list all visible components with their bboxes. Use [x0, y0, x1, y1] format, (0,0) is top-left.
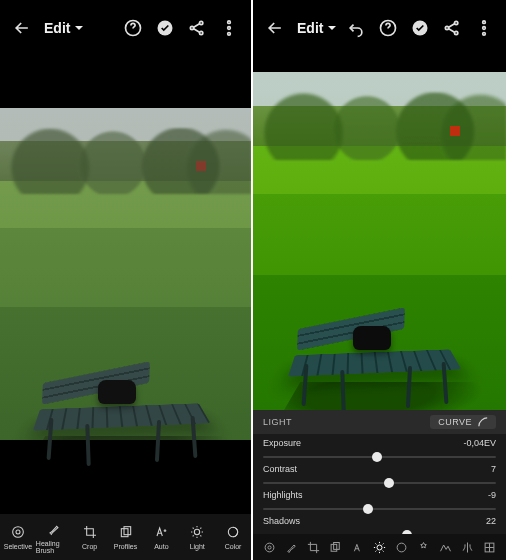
healing-brush-icon — [284, 540, 299, 555]
bottom-toolstrip: Selective Healing Brush Crop Profiles Au… — [0, 514, 251, 560]
back-button[interactable] — [8, 14, 36, 42]
panel-title: LIGHT — [263, 417, 292, 427]
light-sliders: Exposure-0,04EV Contrast7 Highlights-9 S… — [253, 434, 506, 534]
slider-label: Shadows — [263, 516, 300, 526]
slider-exposure[interactable]: Exposure-0,04EV — [263, 438, 496, 462]
edit-menu[interactable]: Edit — [297, 20, 337, 36]
tool-healing-brush[interactable]: Healing Brush — [36, 514, 72, 560]
more-button[interactable] — [470, 14, 498, 42]
topbar-right: Edit — [253, 0, 506, 56]
svg-rect-11 — [124, 527, 131, 535]
healing-brush-icon — [46, 521, 62, 537]
svg-point-27 — [397, 543, 406, 552]
svg-point-7 — [228, 33, 231, 36]
svg-point-20 — [483, 27, 486, 30]
svg-point-16 — [445, 26, 448, 29]
selective-icon — [262, 540, 277, 555]
edit-dock — [253, 534, 506, 560]
geometry-icon — [482, 540, 497, 555]
svg-point-2 — [190, 26, 193, 29]
distant-structure — [450, 126, 460, 136]
auto-icon — [350, 540, 365, 555]
tool-selective[interactable]: Selective — [0, 514, 36, 560]
slider-label: Contrast — [263, 464, 297, 474]
svg-point-6 — [228, 27, 231, 30]
curve-button[interactable]: CURVE — [430, 415, 496, 429]
help-button[interactable] — [374, 14, 402, 42]
slider-value: -0,04EV — [463, 438, 496, 448]
chevron-down-icon — [74, 23, 84, 33]
svg-point-22 — [266, 543, 275, 552]
dock-geometry[interactable] — [481, 539, 497, 555]
curve-label: CURVE — [438, 417, 472, 427]
tool-label: Crop — [82, 543, 97, 550]
dock-profiles[interactable] — [328, 539, 344, 555]
tool-label: Profiles — [114, 543, 137, 550]
dock-color[interactable] — [393, 539, 409, 555]
accept-button[interactable] — [406, 14, 434, 42]
slider-highlights[interactable]: Highlights-9 — [263, 490, 496, 514]
svg-point-19 — [483, 21, 486, 24]
optics-icon — [460, 540, 475, 555]
tool-profiles[interactable]: Profiles — [108, 514, 144, 560]
dock-selective[interactable] — [262, 539, 278, 555]
undo-button[interactable] — [342, 14, 370, 42]
edit-menu[interactable]: Edit — [44, 20, 84, 36]
slider-value: -9 — [488, 490, 496, 500]
bag-on-bench — [98, 380, 136, 404]
share-button[interactable] — [183, 14, 211, 42]
background-trees — [253, 92, 506, 160]
park-bench — [293, 304, 457, 420]
svg-point-9 — [16, 530, 20, 534]
svg-point-5 — [228, 21, 231, 24]
tool-crop[interactable]: Crop — [72, 514, 108, 560]
slider-shadows[interactable]: Shadows22 — [263, 516, 496, 534]
slider-contrast[interactable]: Contrast7 — [263, 464, 496, 488]
light-icon — [372, 540, 387, 555]
dock-detail[interactable] — [437, 539, 453, 555]
tool-auto[interactable]: Auto — [143, 514, 179, 560]
slider-knob[interactable] — [384, 478, 394, 488]
crop-icon — [82, 524, 98, 540]
color-icon — [394, 540, 409, 555]
slider-value: 7 — [491, 464, 496, 474]
svg-point-4 — [200, 31, 203, 34]
slider-track[interactable] — [263, 478, 496, 488]
accept-button[interactable] — [151, 14, 179, 42]
tool-label: Light — [190, 543, 205, 550]
edit-label: Edit — [297, 20, 323, 36]
back-button[interactable] — [261, 14, 289, 42]
help-button[interactable] — [119, 14, 147, 42]
tool-label: Color — [225, 543, 242, 550]
edit-label: Edit — [44, 20, 70, 36]
photo-preview[interactable] — [253, 72, 506, 410]
share-button[interactable] — [438, 14, 466, 42]
slider-knob[interactable] — [363, 504, 373, 514]
svg-point-17 — [455, 21, 458, 24]
pane-before: Edit Selective Healing Brush Crop — [0, 0, 251, 560]
slider-track[interactable] — [263, 452, 496, 462]
svg-point-12 — [195, 529, 200, 534]
slider-label: Exposure — [263, 438, 301, 448]
slider-track[interactable] — [263, 504, 496, 514]
tool-label: Healing Brush — [36, 540, 72, 554]
dock-effects[interactable] — [415, 539, 431, 555]
bag-on-bench — [353, 326, 391, 350]
distant-structure — [196, 161, 206, 171]
svg-point-3 — [200, 21, 203, 24]
dock-crop[interactable] — [306, 539, 322, 555]
tool-light[interactable]: Light — [179, 514, 215, 560]
park-bench — [38, 358, 206, 478]
effects-icon — [416, 540, 431, 555]
dock-optics[interactable] — [459, 539, 475, 555]
crop-icon — [306, 540, 321, 555]
detail-icon — [438, 540, 453, 555]
dock-light[interactable] — [371, 539, 387, 555]
dock-auto[interactable] — [350, 539, 366, 555]
more-button[interactable] — [215, 14, 243, 42]
photo-preview[interactable] — [0, 108, 251, 440]
color-icon — [225, 524, 241, 540]
dock-healing[interactable] — [284, 539, 300, 555]
slider-knob[interactable] — [372, 452, 382, 462]
tool-color[interactable]: Color — [215, 514, 251, 560]
